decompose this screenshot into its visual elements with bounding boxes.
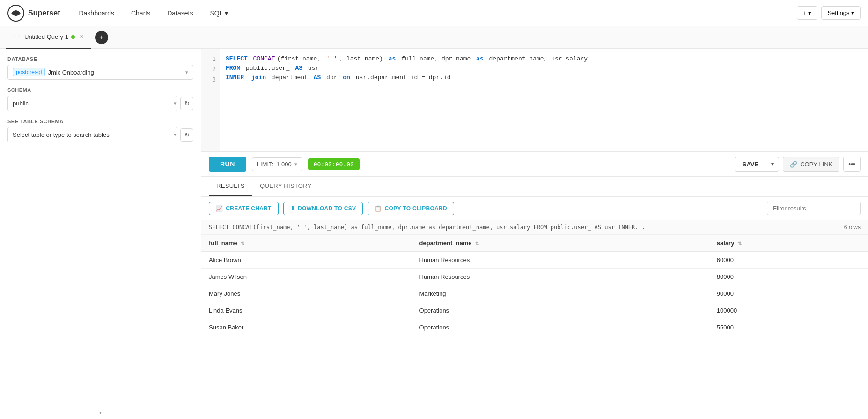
logo-area: Superset (7, 5, 60, 22)
download-csv-label: DOWNLOAD TO CSV (298, 205, 356, 212)
superset-logo-icon (7, 5, 24, 22)
main-layout: DATABASE postgresql Jmix Onboarding ▾ SC… (0, 49, 868, 419)
cell-full_name: Susan Baker (201, 319, 412, 336)
nav-sql[interactable]: SQL ▾ (202, 6, 235, 21)
database-select[interactable]: postgresql Jmix Onboarding ▾ (7, 65, 193, 80)
sort-icon-dept: ⇅ (475, 241, 479, 246)
query-toolbar: RUN LIMIT: 1 000 ▾ 00:00:00.00 SAVE ▾ 🔗 … (201, 152, 868, 177)
row-count: 6 rows (844, 224, 861, 231)
schema-select-wrapper: public ▾ ↻ (7, 96, 193, 111)
limit-control[interactable]: LIMIT: 1 000 ▾ (252, 157, 302, 171)
results-tabs: RESULTS QUERY HISTORY (201, 177, 868, 197)
limit-value: 1 000 (276, 161, 292, 168)
code-line-2: FROM public.user_ AS usr (226, 64, 862, 73)
toolbar-right: SAVE ▾ 🔗 COPY LINK ••• (735, 157, 861, 172)
query-summary: SELECT CONCAT(first_name, ' ', last_name… (201, 220, 868, 235)
nav-datasets[interactable]: Datasets (160, 6, 200, 21)
sql-editor: 1 2 3 SELECT CONCAT(first_name, ' ', las… (201, 49, 868, 152)
query-tab[interactable]: ⋮⋮ Untitled Query 1 ✕ (6, 26, 91, 49)
save-dropdown-button[interactable]: ▾ (766, 157, 779, 172)
cell-salary: 100000 (709, 302, 868, 319)
copy-clipboard-button[interactable]: 📋 COPY TO CLIPBOARD (368, 202, 454, 215)
new-tab-button[interactable]: + (95, 31, 108, 44)
settings-button[interactable]: Settings ▾ (821, 6, 861, 20)
cell-full_name: Mary Jones (201, 285, 412, 302)
nav-links: Dashboards Charts Datasets SQL ▾ (71, 6, 797, 21)
tab-close-button[interactable]: ✕ (78, 33, 86, 41)
cell-department_name: Marketing (412, 285, 709, 302)
database-value: Jmix Onboarding (48, 69, 94, 76)
download-icon: ⬇ (290, 205, 295, 212)
nav-right: + ▾ Settings ▾ (797, 6, 861, 20)
copy-clipboard-label: COPY TO CLIPBOARD (385, 205, 447, 212)
table-refresh-button[interactable]: ↻ (180, 128, 193, 142)
schema-refresh-button[interactable]: ↻ (180, 97, 193, 110)
save-button-group: SAVE ▾ (735, 157, 779, 172)
data-table-wrapper: full_name ⇅ department_name ⇅ salary ⇅ (201, 235, 868, 419)
copy-link-label: COPY LINK (800, 161, 832, 168)
nav-dashboards[interactable]: Dashboards (71, 6, 122, 21)
tab-results[interactable]: RESULTS (209, 177, 252, 196)
code-line-1: SELECT CONCAT(first_name, ' ', last_name… (226, 54, 862, 64)
table-header-row: full_name ⇅ department_name ⇅ salary ⇅ (201, 235, 868, 252)
cell-salary: 80000 (709, 269, 868, 285)
line-num-1: 1 (213, 54, 216, 64)
database-tag: postgresql (13, 68, 45, 76)
table-schema-section: SEE TABLE SCHEMA Select table or type to… (7, 119, 193, 142)
tab-query-history[interactable]: QUERY HISTORY (252, 177, 319, 196)
cell-salary: 55000 (709, 319, 868, 336)
timer-badge: 00:00:00.00 (308, 158, 360, 170)
table-body: Alice BrownHuman Resources60000James Wil… (201, 252, 868, 336)
results-content: 📈 CREATE CHART ⬇ DOWNLOAD TO CSV 📋 COPY … (201, 197, 868, 419)
table-row: Susan BakerOperations55000 (201, 319, 868, 336)
cell-department_name: Operations (412, 319, 709, 336)
scroll-controls: ▾ (0, 406, 201, 415)
database-label: DATABASE (7, 56, 193, 62)
nav-charts[interactable]: Charts (124, 6, 158, 21)
sort-icon-salary: ⇅ (738, 241, 742, 246)
query-summary-text: SELECT CONCAT(first_name, ' ', last_name… (209, 224, 645, 231)
create-chart-button[interactable]: 📈 CREATE CHART (209, 202, 279, 215)
cell-salary: 90000 (709, 285, 868, 302)
code-line-3: INNER join department AS dpr on usr.depa… (226, 73, 862, 82)
col-header-department-name[interactable]: department_name ⇅ (412, 235, 709, 252)
left-panel: DATABASE postgresql Jmix Onboarding ▾ SC… (0, 49, 201, 419)
app-name: Superset (28, 9, 60, 17)
cell-full_name: Linda Evans (201, 302, 412, 319)
table-select-wrapper: Select table or type to search tables ▾ … (7, 127, 193, 142)
clipboard-icon: 📋 (375, 205, 382, 212)
download-csv-button[interactable]: ⬇ DOWNLOAD TO CSV (283, 202, 363, 215)
limit-chevron-icon: ▾ (294, 161, 297, 167)
schema-label: SCHEMA (7, 87, 193, 93)
cell-department_name: Human Resources (412, 269, 709, 285)
table-select[interactable]: Select table or type to search tables (7, 127, 177, 142)
code-editor[interactable]: SELECT CONCAT(first_name, ' ', last_name… (220, 49, 868, 151)
run-button[interactable]: RUN (209, 157, 246, 172)
copy-link-button[interactable]: 🔗 COPY LINK (783, 157, 839, 172)
save-button[interactable]: SAVE (735, 157, 766, 172)
col-header-full-name[interactable]: full_name ⇅ (201, 235, 412, 252)
more-options-button[interactable]: ••• (843, 157, 861, 172)
tab-title: Untitled Query 1 (24, 33, 68, 40)
top-nav: Superset Dashboards Charts Datasets SQL … (0, 0, 868, 26)
cell-salary: 60000 (709, 252, 868, 269)
sort-icon-full-name: ⇅ (241, 241, 244, 246)
cell-department_name: Operations (412, 302, 709, 319)
create-chart-label: CREATE CHART (226, 205, 271, 212)
line-num-3: 3 (213, 75, 216, 84)
tab-bar: ⋮⋮ Untitled Query 1 ✕ + (0, 26, 868, 49)
filter-input[interactable] (767, 202, 861, 215)
add-button[interactable]: + ▾ (797, 6, 817, 20)
scroll-down-arrow[interactable]: ▾ (0, 410, 201, 415)
database-section: DATABASE postgresql Jmix Onboarding ▾ (7, 56, 193, 80)
right-panel: 1 2 3 SELECT CONCAT(first_name, ' ', las… (201, 49, 868, 419)
table-row: Linda EvansOperations100000 (201, 302, 868, 319)
link-icon: 🔗 (790, 161, 797, 168)
col-header-salary[interactable]: salary ⇅ (709, 235, 868, 252)
table-row: Mary JonesMarketing90000 (201, 285, 868, 302)
results-area: RESULTS QUERY HISTORY 📈 CREATE CHART ⬇ D… (201, 177, 868, 419)
tab-drag-icon: ⋮⋮ (11, 34, 22, 40)
table-label: SEE TABLE SCHEMA (7, 119, 193, 124)
tab-saved-indicator (71, 35, 75, 39)
schema-select[interactable]: public (7, 96, 177, 111)
